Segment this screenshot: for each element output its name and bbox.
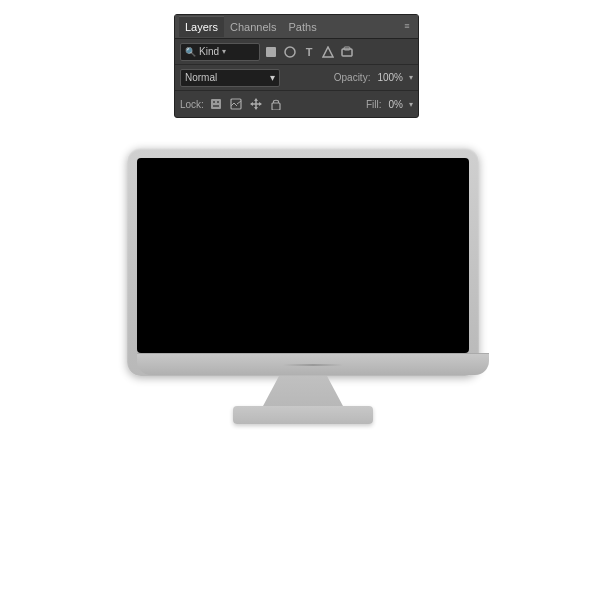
svg-line-11 [234, 103, 237, 106]
svg-rect-5 [211, 99, 221, 109]
svg-rect-8 [213, 105, 219, 107]
svg-marker-16 [254, 107, 258, 110]
filter-shape-icon[interactable] [320, 44, 336, 60]
svg-line-12 [237, 101, 241, 104]
svg-marker-2 [323, 47, 333, 57]
panel-menu-icon[interactable]: ≡ [400, 19, 414, 33]
imac-screen [137, 158, 469, 353]
svg-marker-18 [259, 102, 262, 106]
kind-dropdown-arrow: ▾ [222, 47, 226, 56]
lock-pixels-icon[interactable] [208, 96, 224, 112]
filter-row: 🔍 Kind ▾ T [175, 39, 418, 65]
tab-paths[interactable]: Paths [283, 17, 323, 37]
fill-arrow[interactable]: ▾ [409, 100, 413, 109]
svg-marker-15 [254, 98, 258, 101]
filter-pixel-icon[interactable] [263, 44, 279, 60]
filter-adjustment-icon[interactable] [282, 44, 298, 60]
imac-chin [137, 353, 489, 375]
fill-label: Fill: [366, 99, 382, 110]
svg-marker-17 [250, 102, 253, 106]
tab-channels[interactable]: Channels [224, 17, 282, 37]
photoshop-panel: Layers Channels Paths ≡ 🔍 Kind ▾ T [174, 14, 419, 118]
opacity-arrow[interactable]: ▾ [409, 73, 413, 82]
svg-rect-0 [266, 47, 276, 57]
blend-mode-dropdown[interactable]: Normal ▾ [180, 69, 280, 87]
lock-image-icon[interactable] [228, 96, 244, 112]
opacity-value[interactable]: 100% [377, 72, 403, 83]
panel-menu: ≡ [400, 19, 414, 33]
imac-monitor [127, 148, 479, 376]
opacity-label: Opacity: [334, 72, 371, 83]
lock-label: Lock: [180, 99, 204, 110]
lock-all-icon[interactable] [268, 96, 284, 112]
kind-dropdown-label: Kind [199, 46, 219, 57]
lock-fill-row: Lock: [175, 91, 418, 117]
filter-smart-icon[interactable] [339, 44, 355, 60]
filter-type-icon[interactable]: T [301, 44, 317, 60]
fill-value[interactable]: 0% [389, 99, 403, 110]
imac-container [127, 148, 479, 424]
search-icon: 🔍 [185, 47, 196, 57]
imac-stand-neck [263, 376, 343, 406]
panel-tabs-bar: Layers Channels Paths ≡ [175, 15, 418, 39]
blend-opacity-row: Normal ▾ Opacity: 100% ▾ [175, 65, 418, 91]
tab-layers[interactable]: Layers [179, 16, 224, 37]
lock-move-icon[interactable] [248, 96, 264, 112]
svg-point-1 [285, 47, 295, 57]
kind-search-box[interactable]: 🔍 Kind ▾ [180, 43, 260, 61]
svg-rect-19 [272, 103, 280, 110]
imac-stand-base [233, 406, 373, 424]
svg-rect-6 [213, 101, 215, 103]
imac-chin-line [283, 364, 343, 366]
blend-mode-value: Normal [185, 72, 217, 83]
svg-rect-7 [217, 101, 219, 103]
blend-mode-arrow: ▾ [270, 72, 275, 83]
